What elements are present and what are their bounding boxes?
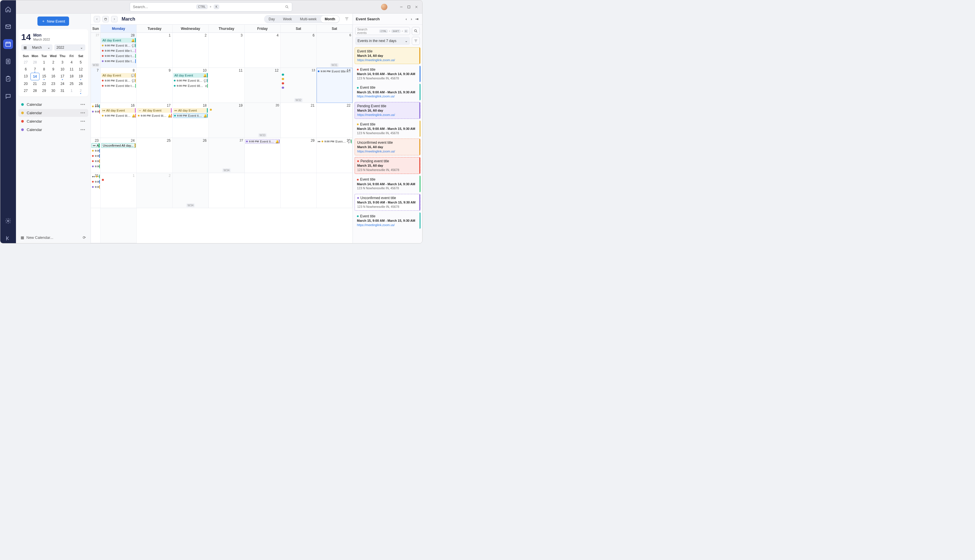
mini-day[interactable]: 8 [40, 66, 49, 73]
day-cell[interactable]: 12 [245, 68, 281, 103]
close-button[interactable] [414, 5, 419, 9]
day-cell[interactable]: 19 [209, 103, 245, 138]
calendar-item[interactable]: Calendar••• [18, 109, 88, 117]
mini-day[interactable]: 6 [21, 66, 30, 73]
mini-day[interactable]: 26 [76, 80, 85, 87]
mini-day[interactable]: 24 [58, 80, 67, 87]
search-result-card[interactable]: Event titleMarch 14, 9:00 AM - March 14,… [355, 66, 420, 82]
calendar-item[interactable]: Calendar••• [18, 101, 88, 108]
day-cell[interactable]: 10All day Event🔔9:00 PMEvent title th...… [173, 68, 209, 103]
event-item[interactable]: 9:00 PMEvent title...💬 [101, 78, 136, 83]
global-search[interactable]: CTRL + K [130, 2, 292, 12]
day-cell[interactable]: 2 [137, 173, 173, 208]
event-item[interactable]: 9:00 PMEvent title th... [91, 159, 100, 163]
new-calendar-button[interactable]: ▦ New Calendar... ⟳ [18, 233, 88, 242]
allday-event[interactable]: ↦ All day Event [101, 108, 136, 113]
day-cell[interactable]: 4 [245, 33, 281, 68]
mini-day[interactable]: 10 [58, 66, 67, 73]
event-item[interactable]: 9:00 PMEvent title th... [91, 164, 100, 169]
day-cell[interactable]: 1 [101, 173, 137, 208]
mini-day[interactable]: 16 [49, 73, 58, 80]
prev-button[interactable] [94, 16, 100, 22]
event-item[interactable]: 9:00 PMEvent title th...💬 [101, 43, 136, 48]
day-cell[interactable]: 22 [316, 103, 353, 138]
mini-day[interactable]: 14 [30, 73, 40, 80]
mini-day[interactable]: 25 [67, 80, 76, 87]
mini-day[interactable]: 5 [76, 59, 85, 66]
collapse-icon[interactable] [3, 233, 13, 243]
search-input[interactable] [133, 5, 194, 9]
day-cell[interactable]: 149:00 PMEvent title th... [316, 68, 353, 103]
day-cell[interactable]: 159:00 PMEvent title...💬9:00 PMEvent tit… [91, 103, 101, 138]
view-week[interactable]: Week [279, 16, 296, 23]
mail-icon[interactable] [3, 22, 13, 32]
mini-day[interactable]: 20 [21, 80, 30, 87]
view-month[interactable]: Month [321, 16, 339, 23]
user-avatar[interactable] [381, 4, 387, 10]
day-cell[interactable]: 18↤ All day Event9:00 PMEvent title...🔔 [173, 103, 209, 138]
allday-event[interactable]: ↦ Pending All day event [91, 143, 100, 148]
next-button[interactable] [111, 16, 117, 22]
day-cell[interactable]: 26 [173, 138, 209, 173]
panel-filter-select[interactable]: Events in the next 7 days ⌄ [355, 37, 410, 45]
more-icon[interactable]: ••• [80, 102, 85, 107]
mini-day[interactable]: 19 [76, 73, 85, 80]
event-item[interactable]: 9:00 PMEvent title...🔔 [173, 113, 208, 118]
search-result-card[interactable]: Pending event titleMarch 15, All day123 … [355, 157, 420, 174]
mini-day[interactable]: 21 [30, 80, 40, 87]
day-cell[interactable]: 25 [137, 138, 173, 173]
mini-day[interactable]: 1 [40, 59, 49, 66]
calendar-item[interactable]: Calendar••• [18, 126, 88, 133]
more-icon[interactable]: ••• [80, 119, 85, 123]
day-cell[interactable]: 11 [209, 68, 245, 103]
view-multi-week[interactable]: Multi-week [296, 16, 321, 23]
year-select[interactable]: 2022 ⌄ [54, 44, 85, 51]
day-cell[interactable]: 1 [137, 33, 173, 68]
allday-event[interactable]: All day Event🔔 [101, 38, 136, 43]
tasks-icon[interactable] [3, 74, 13, 84]
calendar-item[interactable]: Calendar••• [18, 117, 88, 125]
mini-day[interactable]: 18 [67, 73, 76, 80]
day-cell[interactable]: 21 [281, 103, 316, 138]
view-switcher[interactable]: DayWeekMulti-weekMonth [264, 15, 340, 23]
mini-day[interactable]: 22 [40, 80, 49, 87]
event-item[interactable]: ↦ 9:00 PMEvent title...💬 [317, 139, 352, 144]
allday-event[interactable]: ↤ All day Event [173, 108, 208, 113]
event-item[interactable]: 9:00 PMEvent title...💬 [91, 104, 100, 109]
allday-event[interactable]: All day Event💬 [101, 73, 136, 78]
home-icon[interactable] [3, 4, 13, 14]
search-result-card[interactable]: Event titleMarch 15, 9:00 AM - March 15,… [355, 84, 420, 100]
day-cell[interactable]: 8All day Event💬9:00 PMEvent title...💬9:0… [101, 68, 137, 103]
mini-day[interactable]: 31 [58, 87, 67, 94]
mini-day[interactable]: 2 [49, 59, 58, 66]
day-cell[interactable]: 31↤ 9:00 PMEvent title...💬9:00 PMEvent t… [91, 173, 101, 208]
event-item[interactable]: 9:00 PMEvent title th... [91, 185, 100, 189]
event-item[interactable]: 9:00 PMEvent title...🔔 [245, 139, 280, 144]
sync-icon[interactable]: ⟳ [83, 235, 86, 240]
mini-day[interactable]: 7 [30, 66, 40, 73]
panel-collapse-icon[interactable]: ⇥ [414, 17, 419, 21]
day-cell[interactable]: 9 [137, 68, 173, 103]
day-cell[interactable]: 30↦ 9:00 PMEvent title...💬 [316, 138, 353, 173]
event-item[interactable]: 9:00 PMEvent title th... [91, 153, 100, 158]
today-button[interactable] [102, 16, 109, 22]
event-item[interactable]: 9:00 PMEvent title th...💬 [91, 148, 100, 153]
search-result-card[interactable]: Pending Event titleMarch 16, All dayhttp… [355, 102, 420, 119]
allday-event[interactable]: Unconfirmed All day... [101, 143, 136, 148]
new-event-button[interactable]: ＋ New Event [37, 17, 69, 26]
search-result-card[interactable]: Unconfirmed event titleMarch 15, 9:00 AM… [355, 194, 420, 211]
mini-day[interactable]: 27 [21, 59, 30, 66]
event-item[interactable]: 9:00 PMEvent title th... [317, 69, 352, 73]
mini-day[interactable]: 15 [40, 73, 49, 80]
search-result-card[interactable]: Event titleMarch 15, 9:00 AM - March 15,… [355, 121, 420, 137]
day-cell[interactable]: 23↦ Pending All day event9:00 PMEvent ti… [91, 138, 101, 173]
allday-event[interactable]: All day Event🔔 [173, 73, 208, 78]
event-item[interactable]: 9:00 PMEvent title th... [101, 59, 136, 63]
month-select[interactable]: ▦ March ⌄ [21, 44, 52, 51]
panel-filter-icon[interactable] [412, 37, 420, 45]
event-item[interactable]: 9:00 PMEvent title...🔔 [137, 113, 172, 118]
panel-search-input[interactable]: Search events CTRL + SHIFT + K [355, 27, 410, 35]
event-item[interactable]: 9:00 PMEvent title th... [101, 53, 136, 58]
search-result-card[interactable]: Event titleMarch 15, 9:00 AM - March 15,… [355, 212, 420, 229]
calendar-icon[interactable] [3, 39, 13, 49]
